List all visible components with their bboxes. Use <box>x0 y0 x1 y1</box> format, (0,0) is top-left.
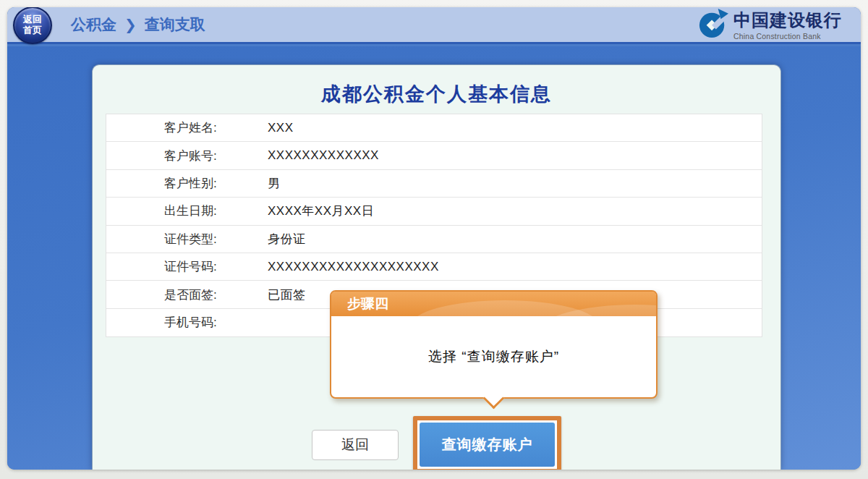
bank-name-chinese: 中国建设银行 <box>733 9 842 32</box>
return-home-line1: 返回 <box>23 14 42 25</box>
bank-name: 中国建设银行 China Construction Bank <box>733 9 842 41</box>
step-tooltip-title: 步骤四 <box>331 292 656 316</box>
field-label: 证件号码: <box>164 258 268 275</box>
field-label: 手机号码: <box>164 314 268 331</box>
field-value: XXXXXXXXXXXXX <box>268 148 379 163</box>
field-label: 客户姓名: <box>164 119 268 136</box>
field-label: 证件类型: <box>164 231 268 247</box>
table-row: 证件类型: 身份证 <box>106 226 762 253</box>
field-value: 男 <box>268 175 281 192</box>
table-row: 客户姓名: XXX <box>106 114 762 142</box>
breadcrumb: 公积金 ❯ 查询支取 <box>71 14 205 35</box>
field-value: 身份证 <box>268 231 306 247</box>
step-highlight-frame: 查询缴存账户 <box>413 416 561 470</box>
info-panel: 成都公积金个人基本信息 客户姓名: XXX 客户账号: XXXXXXXXXXXX… <box>92 64 781 470</box>
field-value: 已面签 <box>268 287 306 303</box>
field-value: XXXX年XX月XX日 <box>268 203 374 219</box>
back-button[interactable]: 返回 <box>312 430 399 460</box>
bank-name-english: China Construction Bank <box>733 32 842 41</box>
main-background: 成都公积金个人基本信息 客户姓名: XXX 客户账号: XXXXXXXXXXXX… <box>7 46 861 470</box>
field-label: 客户性别: <box>164 175 268 192</box>
table-row: 证件号码: XXXXXXXXXXXXXXXXXXXX <box>106 253 762 281</box>
bank-logo: 中国建设银行 China Construction Bank <box>698 7 842 42</box>
header-bar: 返回 首页 公积金 ❯ 查询支取 中国建设银行 China Constructi… <box>7 7 861 44</box>
ccb-logo-icon <box>698 7 728 42</box>
table-row: 客户性别: 男 <box>106 170 762 198</box>
step-tooltip-text: 选择 “查询缴存账户” <box>331 316 656 397</box>
field-label: 是否面签: <box>164 287 268 303</box>
kiosk-screen: 返回 首页 公积金 ❯ 查询支取 中国建设银行 China Constructi… <box>7 7 861 470</box>
query-deposit-account-button[interactable]: 查询缴存账户 <box>420 423 555 467</box>
table-row: 出生日期: XXXX年XX月XX日 <box>106 198 762 225</box>
table-row: 客户账号: XXXXXXXXXXXXX <box>106 142 762 169</box>
page-title: 成都公积金个人基本信息 <box>93 81 780 107</box>
field-value: XXXXXXXXXXXXXXXXXXXX <box>268 260 439 274</box>
breadcrumb-section[interactable]: 公积金 <box>71 14 116 35</box>
return-home-button[interactable]: 返回 首页 <box>13 7 52 44</box>
return-home-line2: 首页 <box>23 25 42 36</box>
field-label: 客户账号: <box>164 148 268 164</box>
field-label: 出生日期: <box>164 203 268 219</box>
breadcrumb-current-page: 查询支取 <box>145 14 205 35</box>
step-tooltip: 步骤四 选择 “查询缴存账户” <box>330 290 658 399</box>
breadcrumb-chevron-icon: ❯ <box>124 16 137 33</box>
field-value: XXX <box>268 121 294 135</box>
